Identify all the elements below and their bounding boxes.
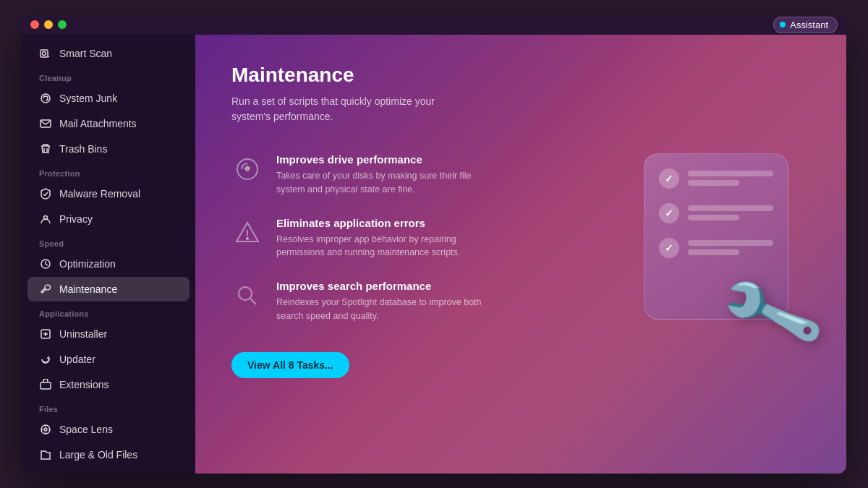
sidebar-item-label: Large & Old Files [59, 449, 137, 461]
feature-title: Improves drive performance [276, 153, 486, 166]
warning-icon [231, 217, 263, 249]
malware-icon [39, 187, 52, 200]
sidebar-item-updater[interactable]: Updater [27, 347, 190, 372]
sidebar-section-applications: Applications [22, 302, 195, 321]
sidebar-item-label: Extensions [59, 379, 109, 390]
sidebar-item-mail-attachments[interactable]: Mail Attachments [27, 111, 190, 136]
sidebar-item-trash-bins[interactable]: Trash Bins [27, 137, 190, 161]
feature-app-errors: Eliminates application errors Resolves i… [231, 217, 521, 260]
extensions-icon [39, 378, 52, 391]
sidebar-item-label: Maintenance [59, 283, 117, 295]
sidebar-item-shredder[interactable]: Shredder [27, 468, 190, 474]
sidebar-item-label: System Junk [59, 93, 117, 104]
sidebar-item-label: Mail Attachments [59, 118, 137, 129]
junk-icon [39, 92, 52, 105]
content-inner: Maintenance Run a set of scripts that qu… [231, 64, 810, 378]
feature-title: Eliminates application errors [276, 217, 486, 229]
svg-point-10 [44, 428, 47, 431]
sidebar-item-label: Privacy [59, 213, 93, 225]
main-content: Maintenance Run a set of scripts that qu… [195, 35, 846, 474]
sidebar-item-optimization[interactable]: Optimization [27, 252, 190, 276]
trash-icon [39, 142, 52, 155]
scan-icon [39, 47, 52, 60]
svg-rect-4 [41, 120, 51, 127]
app-body: Smart Scan Cleanup System Junk [22, 35, 846, 474]
sidebar-item-label: Smart Scan [59, 48, 112, 59]
svg-point-16 [239, 287, 252, 300]
svg-line-17 [250, 299, 256, 304]
sidebar-section-protection: Protection [22, 162, 195, 181]
feature-text: Improves search performance Reindexes yo… [276, 280, 486, 323]
sidebar-item-label: Updater [59, 354, 95, 365]
svg-point-13 [246, 168, 249, 171]
files-icon [39, 448, 52, 461]
mail-icon [39, 117, 52, 130]
sidebar-item-smart-scan[interactable]: Smart Scan [27, 41, 190, 66]
sidebar-item-label: Malware Removal [59, 188, 140, 200]
sidebar-item-space-lens[interactable]: Space Lens [27, 417, 190, 442]
sidebar-item-label: Trash Bins [59, 143, 107, 155]
feature-title: Improves search performance [276, 280, 486, 292]
svg-point-15 [247, 237, 248, 239]
sidebar-section-speed: Speed [22, 232, 195, 251]
feature-search-performance: Improves search performance Reindexes yo… [231, 280, 521, 323]
feature-text: Eliminates application errors Resolves i… [276, 217, 486, 260]
maximize-button[interactable] [58, 20, 67, 29]
sidebar-item-label: Optimization [59, 258, 116, 270]
assistant-label: Assistant [790, 20, 828, 30]
space-icon [39, 423, 52, 436]
uninstaller-icon [39, 328, 52, 341]
titlebar: Assistant [22, 14, 846, 35]
sidebar-item-extensions[interactable]: Extensions [27, 372, 190, 397]
search-icon [231, 280, 263, 312]
svg-rect-0 [41, 50, 48, 57]
sidebar-item-label: Uninstaller [59, 328, 107, 340]
assistant-dot-icon [780, 22, 786, 27]
sidebar-item-privacy[interactable]: Privacy [27, 207, 190, 231]
feature-desc: Takes care of your disks by making sure … [276, 169, 486, 197]
assistant-button[interactable]: Assistant [773, 17, 838, 33]
view-tasks-button[interactable]: View All 8 Tasks... [231, 352, 349, 378]
close-button[interactable] [30, 20, 39, 29]
sidebar-section-files: Files [22, 398, 195, 416]
updater-icon [39, 353, 52, 366]
feature-drive-performance: Improves drive performance Takes care of… [231, 153, 521, 197]
svg-rect-8 [41, 382, 51, 389]
features-list: Improves drive performance Takes care of… [231, 153, 521, 323]
page-subtitle: Run a set of scripts that quickly optimi… [231, 94, 463, 124]
feature-desc: Reindexes your Spotlight database to imp… [276, 296, 486, 323]
traffic-lights [30, 20, 67, 29]
maintenance-icon [39, 283, 52, 296]
svg-point-2 [43, 52, 46, 56]
svg-point-3 [41, 94, 50, 103]
sidebar: Smart Scan Cleanup System Junk [22, 35, 195, 474]
app-window: Assistant Smart Scan Cleanup [22, 14, 846, 474]
sidebar-item-label: Space Lens [59, 424, 113, 435]
minimize-button[interactable] [44, 20, 53, 29]
sidebar-item-large-old-files[interactable]: Large & Old Files [27, 442, 190, 467]
sidebar-item-malware-removal[interactable]: Malware Removal [27, 181, 190, 206]
privacy-icon [39, 213, 52, 226]
page-title: Maintenance [231, 64, 810, 87]
feature-text: Improves drive performance Takes care of… [276, 153, 486, 197]
sidebar-item-maintenance[interactable]: Maintenance [27, 277, 190, 301]
feature-desc: Resolves improper app behavior by repair… [276, 233, 486, 260]
sidebar-item-system-junk[interactable]: System Junk [27, 86, 190, 111]
sidebar-section-cleanup: Cleanup [22, 67, 195, 85]
sidebar-item-uninstaller[interactable]: Uninstaller [27, 322, 190, 346]
optimization-icon [39, 257, 52, 270]
drive-icon [231, 153, 263, 185]
